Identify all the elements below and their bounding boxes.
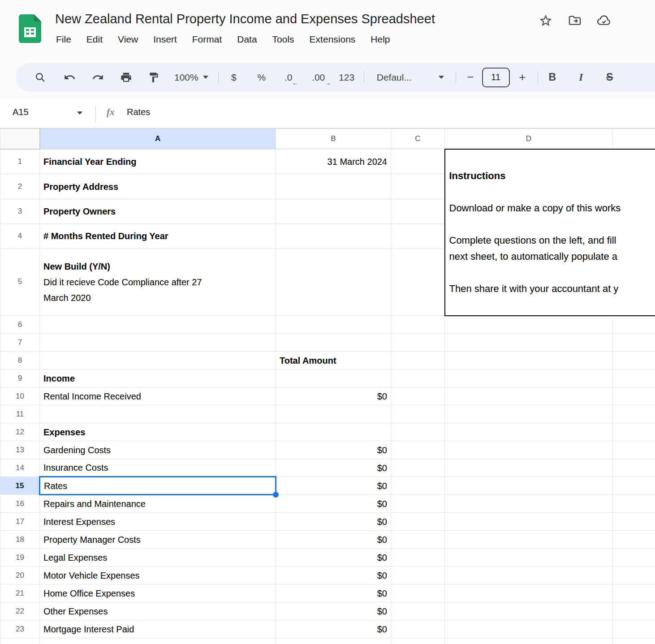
col-header-E[interactable] [613,129,655,149]
cell-E19[interactable] [613,549,655,567]
cell-A3[interactable]: Property Owners [40,199,276,223]
menu-file[interactable]: File [56,34,71,45]
cell-A11[interactable] [40,405,276,423]
cell-A1[interactable]: Financial Year Ending [40,149,276,174]
cell-D20[interactable] [445,567,613,584]
menu-tools[interactable]: Tools [272,34,294,45]
cell-C1[interactable] [391,149,445,174]
cell-A9[interactable]: Income [40,369,276,387]
row-header-2[interactable]: 2 [0,174,40,199]
cell-B5[interactable] [276,248,391,315]
col-header-D[interactable]: D [445,129,613,149]
increase-decimal-button[interactable]: .00→ [307,67,330,88]
menu-insert[interactable]: Insert [153,34,177,45]
cell-E7[interactable] [613,334,655,352]
row-header-24[interactable]: 24 [0,638,40,644]
row-header-20[interactable]: 20 [0,567,40,584]
cell-D12[interactable] [445,423,613,441]
cell-B9[interactable] [276,369,391,387]
star-icon[interactable] [539,13,553,28]
cell-B16[interactable]: $0 [276,495,391,513]
cell-D9[interactable] [445,369,613,387]
format-currency-button[interactable]: $ [225,67,243,88]
cell-C17[interactable] [391,513,445,531]
cell-B8[interactable]: Total Amount [276,352,391,369]
cell-B23[interactable]: $0 [276,620,391,638]
cell-D14[interactable] [445,459,613,477]
row-header-7[interactable]: 7 [0,334,40,352]
cell-C21[interactable] [391,584,445,602]
cell-E6[interactable] [613,316,655,334]
cell-D8[interactable] [445,352,613,369]
cell-D17[interactable] [445,513,613,531]
cell-B12[interactable] [276,423,391,441]
cell-D13[interactable] [445,441,613,459]
menu-edit[interactable]: Edit [86,34,103,45]
cell-D6[interactable] [445,316,613,334]
cell-E18[interactable] [613,531,655,549]
cell-E13[interactable] [613,441,655,459]
cell-E21[interactable] [613,584,655,602]
row-header-5[interactable]: 5 [0,248,40,315]
col-header-C[interactable]: C [391,129,445,149]
row-header-15[interactable]: 15 [0,477,40,495]
row-header-13[interactable]: 13 [0,441,40,459]
row-header-21[interactable]: 21 [0,584,40,602]
cell-A7[interactable] [40,334,276,352]
cell-E10[interactable] [613,387,655,405]
cell-A6[interactable] [40,316,276,334]
search-icon[interactable] [29,67,51,88]
increase-font-size-button[interactable]: + [514,67,530,88]
cell-C20[interactable] [391,567,445,584]
row-header-9[interactable]: 9 [0,369,40,387]
cell-D24[interactable] [445,638,613,644]
bold-button[interactable]: B [543,67,561,88]
cell-B4[interactable] [276,223,391,248]
cell-A19[interactable]: Legal Expenses [40,549,276,567]
cell-B7[interactable] [276,334,391,352]
cell-C4[interactable] [391,223,445,248]
cell-A21[interactable]: Home Office Expenses [40,584,276,602]
cell-C6[interactable] [391,316,445,334]
cell-A20[interactable]: Motor Vehicle Expenses [40,567,276,584]
row-header-16[interactable]: 16 [0,495,40,513]
cell-B3[interactable] [276,199,391,223]
cell-A10[interactable]: Rental Income Received [40,387,276,405]
cell-B2[interactable] [276,174,391,199]
cell-C23[interactable] [391,620,445,638]
cell-C12[interactable] [391,423,445,441]
row-header-12[interactable]: 12 [0,423,40,441]
cell-C7[interactable] [391,334,445,352]
cell-A23[interactable]: Mortgage Interest Paid [40,620,276,638]
row-header-23[interactable]: 23 [0,620,40,638]
decrease-font-size-button[interactable]: − [462,67,478,88]
cell-E14[interactable] [613,459,655,477]
sheets-logo-icon[interactable] [19,14,41,43]
cell-E16[interactable] [613,495,655,513]
col-header-B[interactable]: B [276,129,391,149]
cell-C24[interactable] [391,638,445,644]
cell-B10[interactable]: $0 [276,387,391,405]
cell-A18[interactable]: Property Manager Costs [40,531,276,549]
cell-C2[interactable] [391,174,445,199]
row-header-17[interactable]: 17 [0,513,40,531]
font-selector[interactable]: Defaul... [377,67,444,88]
cell-E11[interactable] [613,405,655,423]
cell-B18[interactable]: $0 [276,531,391,549]
redo-icon[interactable] [87,67,108,88]
cell-B11[interactable] [276,405,391,423]
row-header-22[interactable]: 22 [0,602,40,620]
cell-C10[interactable] [391,387,445,405]
cell-B1[interactable]: 31 March 2024 [276,149,391,174]
menu-help[interactable]: Help [371,34,390,45]
cell-D19[interactable] [445,549,613,567]
cell-B22[interactable]: $0 [276,602,391,620]
cell-A22[interactable]: Other Expenses [40,602,276,620]
row-header-14[interactable]: 14 [0,459,40,477]
cell-C19[interactable] [391,549,445,567]
cell-D23[interactable] [445,620,613,638]
cell-C18[interactable] [391,531,445,549]
move-to-folder-icon[interactable] [568,13,582,28]
cell-A24[interactable]: Interest on Residential Properties (Excl… [40,638,276,644]
cell-C8[interactable] [391,352,445,369]
